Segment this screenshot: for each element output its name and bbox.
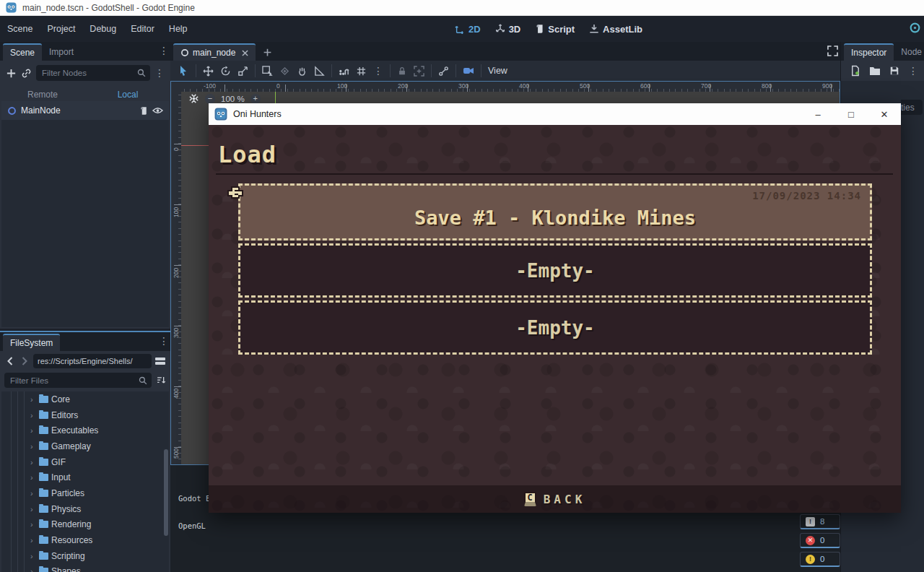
back-button[interactable]: BACK [544,493,586,506]
zoom-out-button[interactable]: − [205,94,215,104]
selectable-nodes-icon[interactable] [279,66,290,77]
lock-node-icon[interactable] [397,66,407,77]
ruler-tool-icon[interactable] [314,66,325,77]
chevron-right-icon[interactable]: › [30,489,36,498]
menu-scene[interactable]: Scene [0,21,40,37]
save-slot-3-label: -Empty- [515,317,595,339]
view-menu-button[interactable]: View [488,66,507,76]
add-node-button[interactable] [6,68,17,79]
skeleton-bone-icon[interactable] [438,66,449,77]
close-button[interactable]: ✕ [868,103,901,125]
chevron-right-icon[interactable]: › [30,395,36,404]
menu-project[interactable]: Project [40,21,82,37]
filesystem-scrollbar[interactable] [164,449,168,536]
camera-override-icon[interactable] [463,66,474,76]
chevron-right-icon[interactable]: › [30,426,36,435]
center-view-icon[interactable] [188,93,199,104]
group-node-icon[interactable] [414,66,424,77]
update-spinner-icon[interactable] [909,22,921,34]
smart-snap-icon[interactable] [339,66,349,77]
folder-row-particles[interactable]: ›Particles [1,485,169,501]
chevron-right-icon[interactable]: › [30,567,36,572]
workspace-2d-button[interactable]: 2D [455,24,481,35]
save-slot-1[interactable]: 17/09/2023 14:34 Save #1 - Klondike Mine… [238,183,872,240]
zoom-controls: − 100 % + [188,93,261,104]
list-select-tool-icon[interactable] [262,66,273,77]
rotate-tool-icon[interactable] [220,66,231,77]
distraction-free-icon[interactable] [827,46,838,56]
menu-editor[interactable]: Editor [123,21,162,37]
tab-scene[interactable]: Scene [3,43,42,61]
save-resource-icon[interactable] [889,66,899,76]
folder-row-input[interactable]: ›Input [1,469,169,485]
chevron-right-icon[interactable]: › [30,458,36,467]
zoom-level[interactable]: 100 % [221,95,245,103]
folder-row-editors[interactable]: ›Editors [1,407,169,423]
chevron-right-icon[interactable]: › [30,536,36,545]
remote-button[interactable]: Remote [0,90,85,100]
folder-row-executables[interactable]: ›Executables [1,422,169,438]
tab-import[interactable]: Import [42,43,81,61]
save-slot-2[interactable]: -Empty- [238,243,872,298]
inspector-menu-icon[interactable]: ⋮ [908,66,918,76]
chevron-right-icon[interactable]: › [30,552,36,560]
warning-count-badge[interactable]: ! 0 [800,552,840,567]
filter-files-input[interactable]: Filter Files [4,373,152,388]
menu-help[interactable]: Help [162,21,195,37]
folder-row-rendering[interactable]: ›Rendering [1,517,169,533]
folder-row-gameplay[interactable]: ›Gameplay [1,438,169,454]
folder-row-resources[interactable]: ›Resources [1,532,169,548]
folder-row-scripting[interactable]: ›Scripting [1,548,169,564]
chevron-right-icon[interactable]: › [30,520,36,529]
tab-node[interactable]: Node [894,43,924,61]
move-tool-icon[interactable] [203,66,214,77]
scene-tab-main-node[interactable]: main_node [173,43,256,61]
select-tool-icon[interactable] [178,65,189,77]
chevron-right-icon[interactable]: › [30,473,36,482]
scale-tool-icon[interactable] [237,66,248,77]
tab-inspector[interactable]: Inspector [844,43,894,61]
nav-forward-icon[interactable] [19,357,30,365]
filter-properties-fragment[interactable]: ties [901,100,923,115]
snap-options-icon[interactable]: ⋮ [373,66,383,76]
local-button[interactable]: Local [85,90,170,100]
load-resource-folder-icon[interactable] [869,66,881,76]
new-resource-icon[interactable] [850,65,860,77]
info-count-badge[interactable]: ! 8 [800,514,840,529]
scene-dock-menu-icon[interactable]: ⋮ [159,46,169,56]
sort-files-icon[interactable] [156,376,166,385]
tab-filesystem[interactable]: FileSystem [3,334,60,351]
nav-back-icon[interactable] [4,357,16,365]
filesystem-path-field[interactable]: res://Scripts/Engine/Shells/ [33,354,152,368]
instance-scene-button[interactable] [21,68,32,79]
game-window-titlebar[interactable]: Oni Hunters – □ ✕ [209,103,901,125]
grid-snap-icon[interactable] [356,66,367,77]
chevron-right-icon[interactable]: › [30,411,36,420]
minimize-button[interactable]: – [801,103,834,125]
new-scene-tab-button[interactable] [263,48,272,57]
error-count-badge[interactable]: ✕ 0 [800,533,840,548]
folder-row-physics[interactable]: ›Physics [1,501,169,517]
filter-nodes-input[interactable]: Filter Nodes [36,65,150,81]
pan-tool-icon[interactable] [297,66,308,77]
folder-row-core[interactable]: ›Core [1,391,169,407]
folder-label: Editors [51,410,78,420]
maximize-button[interactable]: □ [834,103,868,125]
workspace-3d-button[interactable]: 3D [495,24,521,35]
tree-node-mainnode[interactable]: MainNode [1,101,169,120]
visibility-eye-icon[interactable] [152,106,163,115]
chevron-right-icon[interactable]: › [30,505,36,514]
folder-row-gif[interactable]: ›GIF [1,454,169,470]
save-slot-3[interactable]: -Empty- [238,300,872,355]
scene-tree-menu-icon[interactable]: ⋮ [154,68,165,78]
folder-row-shapes[interactable]: ›Shapes [1,564,169,572]
chevron-right-icon[interactable]: › [30,442,36,451]
zoom-in-button[interactable]: + [250,94,261,104]
split-view-icon[interactable] [154,356,166,366]
workspace-assetlib-button[interactable]: AssetLib [589,24,642,35]
close-tab-icon[interactable] [242,50,248,56]
filesystem-menu-icon[interactable]: ⋮ [159,336,169,346]
menu-debug[interactable]: Debug [82,21,123,37]
workspace-script-button[interactable]: Script [535,24,575,35]
attached-script-icon[interactable] [139,106,148,116]
